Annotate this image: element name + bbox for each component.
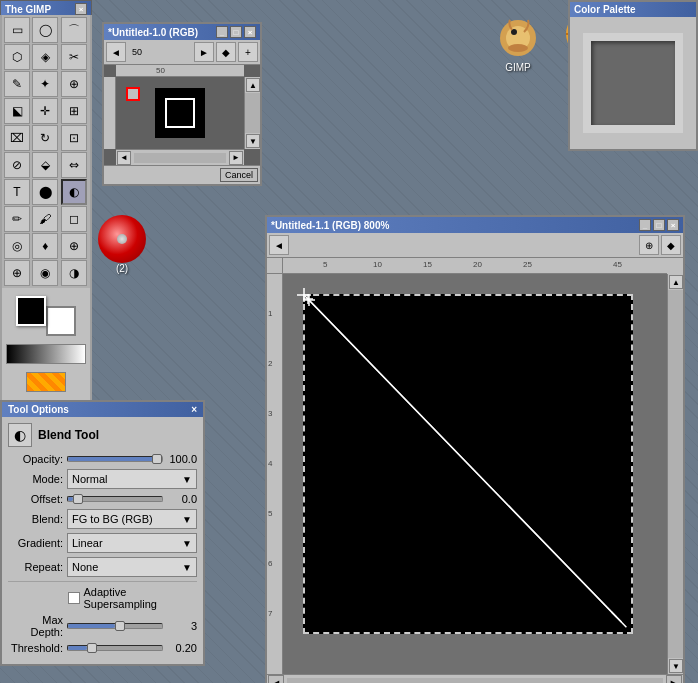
tool-align[interactable]: ⊞ — [61, 98, 87, 124]
small-scroll-h[interactable]: ◄ ► — [116, 149, 244, 165]
main-canvas-content[interactable] — [283, 274, 683, 674]
tool-by-color-select[interactable]: ◈ — [32, 44, 58, 70]
blend-value: FG to BG (RGB) — [72, 513, 153, 525]
tool-paths[interactable]: ✎ — [4, 71, 30, 97]
scroll-up-btn[interactable]: ▲ — [669, 275, 683, 289]
cd-icon[interactable] — [98, 215, 146, 263]
small-cancel-button[interactable]: Cancel — [220, 168, 258, 182]
tool-paintbrush[interactable]: 🖌 — [32, 206, 58, 232]
mode-dropdown[interactable]: Normal ▼ — [67, 469, 197, 489]
toolbar-nav-right[interactable]: ► — [194, 42, 214, 62]
opacity-thumb[interactable] — [152, 454, 162, 464]
tool-heal[interactable]: ⊕ — [4, 260, 30, 286]
tool-bucket-fill[interactable]: ⬤ — [32, 179, 58, 205]
small-canvas-maximize[interactable]: □ — [230, 26, 242, 38]
tool-crop[interactable]: ⌧ — [4, 125, 30, 151]
gimp-app-icon — [494, 10, 542, 58]
repeat-dropdown[interactable]: None ▼ — [67, 557, 197, 577]
repeat-label: Repeat: — [8, 561, 63, 573]
main-canvas-maximize[interactable]: □ — [653, 219, 665, 231]
blend-dropdown[interactable]: FG to BG (RGB) ▼ — [67, 509, 197, 529]
tool-scale[interactable]: ⊡ — [61, 125, 87, 151]
opacity-slider[interactable] — [67, 456, 163, 462]
toolbar-move[interactable]: + — [238, 42, 258, 62]
tool-free-select[interactable]: ⌒ — [61, 17, 87, 43]
tool-airbrush[interactable]: ◎ — [4, 233, 30, 259]
main-scroll-v[interactable]: ▲ ▼ — [667, 274, 683, 674]
max-depth-thumb[interactable] — [115, 621, 125, 631]
offset-slider[interactable] — [67, 496, 163, 502]
small-canvas-minimize[interactable]: _ — [216, 26, 228, 38]
mode-row: Mode: Normal ▼ — [8, 469, 197, 489]
main-canvas-titlebar: *Untitled-1.1 (RGB) 800% _ □ × — [267, 217, 683, 233]
tool-flip[interactable]: ⇔ — [61, 152, 87, 178]
small-scroll-v[interactable]: ▲ ▼ — [244, 77, 260, 149]
tool-ink[interactable]: ♦ — [32, 233, 58, 259]
offset-row: Offset: 0.0 — [8, 493, 197, 505]
main-toolbar-btn2[interactable]: ◆ — [661, 235, 681, 255]
tool-convolve[interactable]: ◉ — [32, 260, 58, 286]
background-color-box[interactable] — [46, 306, 76, 336]
opacity-value: 100.0 — [167, 453, 197, 465]
tool-scissors[interactable]: ✂ — [61, 44, 87, 70]
small-canvas-close[interactable]: × — [244, 26, 256, 38]
ruler-v-7: 7 — [268, 609, 272, 618]
tool-color-picker[interactable]: ✦ — [32, 71, 58, 97]
offset-label: Offset: — [8, 493, 63, 505]
small-scroll-track-v — [245, 93, 260, 133]
canvas-window-small: *Untitled-1.0 (RGB) _ □ × ◄ 50 ► ◆ + 50 … — [102, 22, 262, 186]
gradient-preview[interactable] — [6, 344, 86, 364]
threshold-thumb[interactable] — [87, 643, 97, 653]
tool-perspective[interactable]: ⬙ — [32, 152, 58, 178]
toolbox-tools: ▭ ◯ ⌒ ⬡ ◈ ✂ ✎ ✦ ⊕ ⬕ ✛ ⊞ ⌧ ↻ ⊡ ⊘ ⬙ ⇔ T ⬤ … — [2, 15, 90, 288]
foreground-color-box[interactable] — [16, 296, 46, 326]
max-depth-slider[interactable] — [67, 623, 163, 629]
tool-rotate[interactable]: ↻ — [32, 125, 58, 151]
tool-fuzzy-select[interactable]: ⬡ — [4, 44, 30, 70]
tool-zoom[interactable]: ⊕ — [61, 71, 87, 97]
scroll-left-btn[interactable]: ◄ — [268, 675, 284, 684]
tool-text[interactable]: T — [4, 179, 30, 205]
toolbar-nav-left[interactable]: ◄ — [106, 42, 126, 62]
tool-move[interactable]: ✛ — [32, 98, 58, 124]
tool-rect-select[interactable]: ▭ — [4, 17, 30, 43]
tool-eraser[interactable]: ◻ — [61, 206, 87, 232]
toolbar-scroll[interactable]: ◆ — [216, 42, 236, 62]
tool-measure[interactable]: ⬕ — [4, 98, 30, 124]
tool-blend[interactable]: ◐ — [61, 179, 87, 205]
svg-line-17 — [612, 612, 622, 622]
threshold-slider[interactable] — [67, 645, 163, 651]
tool-pencil[interactable]: ✏ — [4, 206, 30, 232]
gradient-dropdown[interactable]: Linear ▼ — [67, 533, 197, 553]
main-toolbar-btn1[interactable]: ⊕ — [639, 235, 659, 255]
main-scroll-h[interactable]: ◄ ► — [267, 674, 683, 683]
main-canvas-minimize[interactable]: _ — [639, 219, 651, 231]
scroll-right-btn[interactable]: ► — [666, 675, 682, 684]
small-canvas-content[interactable] — [116, 77, 244, 149]
threshold-value: 0.20 — [167, 642, 197, 654]
scroll-down-btn[interactable]: ▼ — [669, 659, 683, 673]
max-depth-label: Max Depth: — [8, 614, 63, 638]
tool-dodge-burn[interactable]: ◑ — [61, 260, 87, 286]
gimp-close-btn[interactable]: × — [75, 3, 87, 15]
tool-options-close[interactable]: × — [191, 404, 197, 415]
tool-clone[interactable]: ⊕ — [61, 233, 87, 259]
ruler-mark-15: 15 — [423, 260, 432, 269]
blend-line-svg — [303, 294, 633, 634]
gimp-title: The GIMP — [5, 4, 51, 15]
canvas-black-area — [303, 294, 633, 634]
offset-thumb[interactable] — [73, 494, 83, 504]
toolbox-colors — [2, 288, 90, 400]
tool-ellipse-select[interactable]: ◯ — [32, 17, 58, 43]
ruler-corner — [267, 258, 283, 274]
main-toolbar-nav[interactable]: ◄ — [269, 235, 289, 255]
main-toolbar-space — [291, 235, 637, 255]
tool-shear[interactable]: ⊘ — [4, 152, 30, 178]
palette-content — [570, 17, 696, 149]
main-canvas-close[interactable]: × — [667, 219, 679, 231]
ruler-row: 5 10 15 20 25 45 — [267, 258, 683, 274]
adaptive-checkbox[interactable] — [68, 592, 80, 604]
pattern-preview[interactable] — [26, 372, 66, 392]
gimp-desktop-icon[interactable]: GIMP — [488, 10, 548, 84]
palette-display[interactable] — [583, 33, 683, 133]
